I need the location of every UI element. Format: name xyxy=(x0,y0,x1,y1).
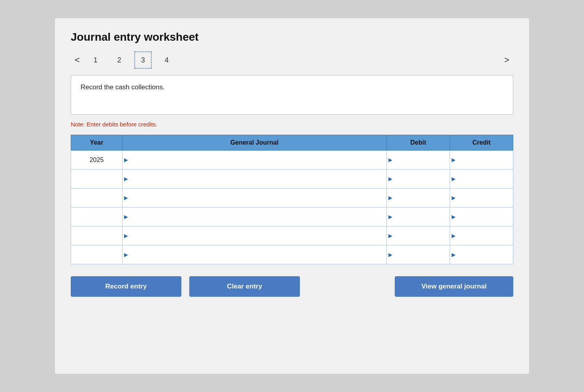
page-1[interactable]: 1 xyxy=(87,51,104,69)
input-gj-0[interactable] xyxy=(128,151,386,169)
table-row: ▶▶▶ xyxy=(71,188,513,207)
cell-year-2[interactable] xyxy=(71,188,122,207)
input-debit-3[interactable] xyxy=(392,207,450,226)
input-credit-1[interactable] xyxy=(456,170,513,188)
arrow-icon: ▶ xyxy=(387,176,392,182)
page-2[interactable]: 2 xyxy=(111,51,128,69)
cell-gj-0[interactable]: ▶ xyxy=(122,151,387,170)
arrow-icon: ▶ xyxy=(387,195,392,201)
page-4[interactable]: 4 xyxy=(158,51,175,69)
cell-gj-1[interactable]: ▶ xyxy=(122,170,387,188)
input-debit-2[interactable] xyxy=(392,188,450,207)
cell-credit-5[interactable]: ▶ xyxy=(450,245,513,264)
cell-credit-4[interactable]: ▶ xyxy=(450,226,513,245)
input-gj-3[interactable] xyxy=(128,207,386,226)
input-credit-0[interactable] xyxy=(456,151,513,169)
arrow-icon: ▶ xyxy=(387,252,392,258)
arrow-icon: ▶ xyxy=(122,214,128,220)
view-general-journal-button[interactable]: View general journal xyxy=(395,276,513,297)
input-credit-5[interactable] xyxy=(456,245,513,264)
table-row: ▶▶▶ xyxy=(71,245,513,264)
cell-debit-2[interactable]: ▶ xyxy=(387,188,450,207)
arrow-icon: ▶ xyxy=(122,176,128,182)
cell-debit-1[interactable]: ▶ xyxy=(387,170,450,188)
instruction-text: Record the cash collections. xyxy=(81,83,165,91)
arrow-icon: ▶ xyxy=(450,214,456,220)
cell-credit-3[interactable]: ▶ xyxy=(450,207,513,226)
input-debit-0[interactable] xyxy=(392,151,450,169)
journal-table: Year General Journal Debit Credit 2025▶▶… xyxy=(71,135,513,264)
cell-year-0[interactable]: 2025 xyxy=(71,151,122,170)
arrow-icon: ▶ xyxy=(387,214,392,220)
arrow-icon: ▶ xyxy=(122,157,128,163)
cell-year-1[interactable] xyxy=(71,170,122,188)
prev-arrow[interactable]: < xyxy=(71,53,84,67)
cell-debit-5[interactable]: ▶ xyxy=(387,245,450,264)
arrow-icon: ▶ xyxy=(122,233,128,239)
input-credit-3[interactable] xyxy=(456,207,513,226)
cell-credit-0[interactable]: ▶ xyxy=(450,151,513,170)
next-arrow[interactable]: > xyxy=(500,53,513,67)
arrow-icon: ▶ xyxy=(450,252,456,258)
table-row: 2025▶▶▶ xyxy=(71,151,513,170)
arrow-icon: ▶ xyxy=(387,157,392,163)
clear-entry-button[interactable]: Clear entry xyxy=(189,276,300,297)
input-debit-1[interactable] xyxy=(392,170,450,188)
arrow-icon: ▶ xyxy=(450,157,456,163)
input-gj-5[interactable] xyxy=(128,245,386,264)
cell-gj-3[interactable]: ▶ xyxy=(122,207,387,226)
cell-debit-4[interactable]: ▶ xyxy=(387,226,450,245)
input-credit-4[interactable] xyxy=(456,226,513,245)
input-debit-4[interactable] xyxy=(392,226,450,245)
table-row: ▶▶▶ xyxy=(71,170,513,188)
header-debit: Debit xyxy=(387,135,450,151)
input-gj-2[interactable] xyxy=(128,188,386,207)
worksheet-container: Journal entry worksheet < 1 2 3 4 > Reco… xyxy=(55,18,529,374)
input-gj-1[interactable] xyxy=(128,170,386,188)
arrow-icon: ▶ xyxy=(450,176,456,182)
pagination: < 1 2 3 4 > xyxy=(71,51,513,69)
arrow-icon: ▶ xyxy=(450,195,456,201)
instruction-box: Record the cash collections. xyxy=(71,75,513,115)
cell-debit-3[interactable]: ▶ xyxy=(387,207,450,226)
cell-credit-2[interactable]: ▶ xyxy=(450,188,513,207)
cell-year-5[interactable] xyxy=(71,245,122,264)
arrow-icon: ▶ xyxy=(122,252,128,258)
input-debit-5[interactable] xyxy=(392,245,450,264)
record-entry-button[interactable]: Record entry xyxy=(71,276,181,297)
page-3-active[interactable]: 3 xyxy=(134,51,152,69)
arrow-icon: ▶ xyxy=(450,233,456,239)
cell-year-4[interactable] xyxy=(71,226,122,245)
input-credit-2[interactable] xyxy=(456,188,513,207)
cell-gj-5[interactable]: ▶ xyxy=(122,245,387,264)
arrow-icon: ▶ xyxy=(387,233,392,239)
input-gj-4[interactable] xyxy=(128,226,386,245)
cell-gj-4[interactable]: ▶ xyxy=(122,226,387,245)
arrow-icon: ▶ xyxy=(122,195,128,201)
header-gj: General Journal xyxy=(122,135,387,151)
buttons-row: Record entry Clear entry View general jo… xyxy=(71,276,513,297)
table-row: ▶▶▶ xyxy=(71,207,513,226)
cell-debit-0[interactable]: ▶ xyxy=(387,151,450,170)
note-text: Note: Enter debits before credits. xyxy=(71,121,513,128)
cell-year-3[interactable] xyxy=(71,207,122,226)
header-credit: Credit xyxy=(450,135,513,151)
header-year: Year xyxy=(71,135,122,151)
cell-gj-2[interactable]: ▶ xyxy=(122,188,387,207)
page-title: Journal entry worksheet xyxy=(71,31,513,43)
cell-credit-1[interactable]: ▶ xyxy=(450,170,513,188)
table-row: ▶▶▶ xyxy=(71,226,513,245)
